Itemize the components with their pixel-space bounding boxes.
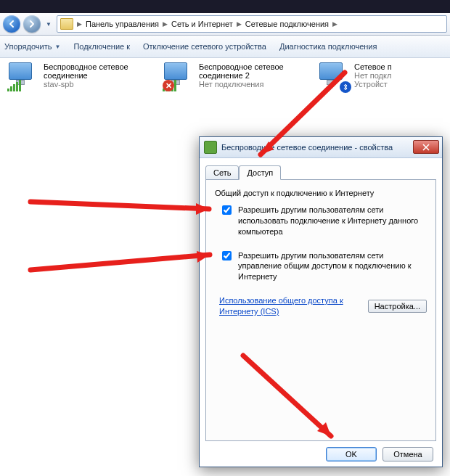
toolbar-label: Диагностика подключения <box>279 42 377 51</box>
chevron-right-icon: ▶ <box>76 20 83 28</box>
allow-sharing-row: Разрешить другим пользователям сети испо… <box>219 205 427 237</box>
toolbar-label: Упорядочить <box>4 42 52 51</box>
toolbar-connect[interactable]: Подключение к <box>73 42 130 51</box>
settings-button[interactable]: Настройка... <box>368 300 427 313</box>
nav-history-dropdown[interactable]: ▼ <box>44 17 54 31</box>
connection-item[interactable]: Сетевое п Нет подкл Устройст <box>318 62 405 91</box>
address-bar: ▼ ▶ Панель управления ▶ Сеть и Интернет … <box>0 13 450 36</box>
nav-forward-button[interactable] <box>23 15 41 33</box>
connection-item[interactable]: Беспроводное сетевое соединение stav-spb <box>7 62 145 91</box>
nav-back-button[interactable] <box>3 15 20 33</box>
connection-title: Беспроводное сетевое соединение 2 <box>199 62 300 80</box>
dialog-title: Беспроводное сетевое соединение - свойст… <box>221 143 393 152</box>
error-icon: ✕ <box>163 80 174 91</box>
wireless-icon <box>7 62 39 91</box>
dialog-titlebar[interactable]: Беспроводное сетевое соединение - свойст… <box>200 137 442 158</box>
tab-access[interactable]: Доступ <box>239 165 281 180</box>
allow-control-label: Разрешить другим пользователям сети упра… <box>238 250 427 283</box>
folder-icon <box>60 18 73 30</box>
breadcrumb-item[interactable]: Сетевые подключения <box>245 20 329 28</box>
toolbar-disable[interactable]: Отключение сетевого устройства <box>143 42 266 51</box>
toolbar: Упорядочить ▼ Подключение к Отключение с… <box>0 36 450 58</box>
allow-control-checkbox[interactable] <box>222 251 232 260</box>
connection-subtitle: stav-spb <box>44 80 145 89</box>
toolbar-organize[interactable]: Упорядочить ▼ <box>4 42 60 51</box>
allow-sharing-checkbox[interactable] <box>222 205 232 215</box>
tab-network[interactable]: Сеть <box>205 165 239 180</box>
connection-item[interactable]: ✕ Беспроводное сетевое соединение 2 Нет … <box>163 62 300 91</box>
chevron-right-icon: ▶ <box>236 20 242 28</box>
chevron-down-icon: ▼ <box>54 44 60 50</box>
adapter-icon <box>204 141 217 154</box>
connection-subtitle: Нет подключения <box>199 80 300 89</box>
ok-button[interactable]: OK <box>326 447 377 461</box>
tab-strip: Сеть Доступ <box>205 164 436 180</box>
close-button[interactable] <box>413 140 439 154</box>
cancel-button[interactable]: Отмена <box>382 447 433 461</box>
breadcrumb-item[interactable]: Панель управления <box>86 20 159 28</box>
breadcrumb-item[interactable]: Сеть и Интернет <box>171 20 233 28</box>
allow-sharing-label: Разрешить другим пользователям сети испо… <box>238 205 427 237</box>
section-heading: Общий доступ к подключению к Интернету <box>215 189 427 197</box>
connection-title: Беспроводное сетевое соединение <box>44 62 145 80</box>
toolbar-label: Отключение сетевого устройства <box>143 42 266 51</box>
chevron-right-icon: ▶ <box>332 20 338 28</box>
window-titlebar <box>0 0 450 13</box>
bluetooth-network-icon <box>318 62 350 91</box>
connection-subtitle: Устройст <box>354 80 392 89</box>
toolbar-label: Подключение к <box>73 42 130 51</box>
connection-title: Сетевое п <box>354 62 392 71</box>
ics-help-link[interactable]: Использование общего доступа к Интернету… <box>219 295 354 317</box>
properties-dialog: Беспроводное сетевое соединение - свойст… <box>199 136 443 467</box>
chevron-right-icon: ▶ <box>162 20 168 28</box>
wireless-disconnected-icon: ✕ <box>163 62 195 91</box>
allow-control-row: Разрешить другим пользователям сети упра… <box>219 250 427 283</box>
toolbar-diagnose[interactable]: Диагностика подключения <box>279 42 377 51</box>
breadcrumb[interactable]: ▶ Панель управления ▶ Сеть и Интернет ▶ … <box>57 15 447 33</box>
connection-subtitle: Нет подкл <box>354 71 392 80</box>
dialog-button-row: OK Отмена <box>205 441 436 461</box>
bluetooth-icon <box>340 81 351 93</box>
tab-panel-access: Общий доступ к подключению к Интернету Р… <box>205 179 436 441</box>
